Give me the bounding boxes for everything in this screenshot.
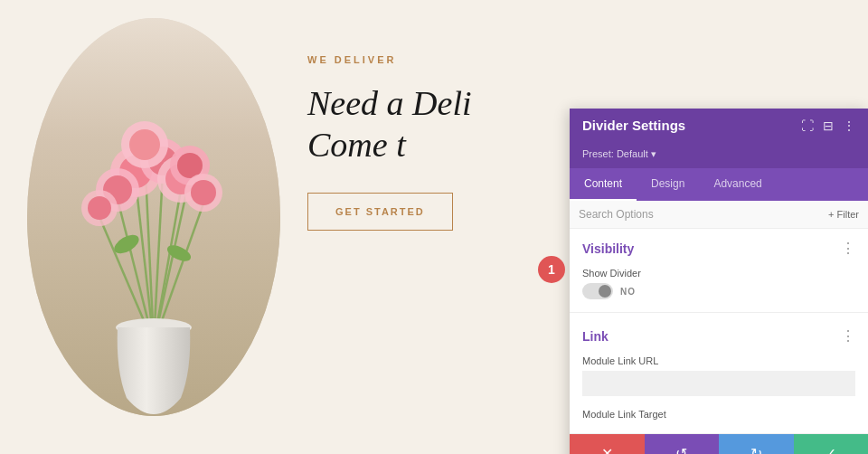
link-menu-icon[interactable]: ⋮: [841, 327, 855, 345]
section-divider: [570, 312, 868, 313]
svg-point-21: [191, 180, 216, 205]
visibility-section-header: Visibility ⋮: [570, 229, 868, 264]
headline-line1: Need a Deli: [307, 84, 472, 122]
columns-icon[interactable]: ⊟: [823, 118, 834, 133]
panel-header: Divider Settings ⛶ ⊟ ⋮: [570, 109, 868, 142]
redo-button[interactable]: ↻: [719, 434, 794, 454]
text-content: WE DELIVER Need a Deli Come t GET STARTE…: [307, 54, 542, 231]
undo-button[interactable]: ↺: [645, 434, 720, 454]
fullscreen-icon[interactable]: ⛶: [801, 118, 814, 133]
more-icon[interactable]: ⋮: [843, 118, 855, 133]
get-started-button[interactable]: GET STARTED: [307, 193, 453, 231]
confirm-button[interactable]: ✓: [794, 434, 869, 454]
search-options-placeholder[interactable]: Search Options: [579, 208, 828, 221]
panel-content: Visibility ⋮ Show Divider NO Link ⋮ Modu…: [570, 229, 868, 433]
panel-tabs: Content Design Advanced: [570, 168, 868, 201]
link-section-header: Link ⋮: [570, 317, 868, 352]
oval-image: [27, 18, 280, 416]
svg-point-19: [88, 196, 111, 220]
svg-point-23: [129, 129, 160, 160]
headline-line2: Come t: [307, 126, 406, 164]
headline: Need a Deli Come t: [307, 83, 542, 166]
link-title: Link: [582, 329, 609, 344]
we-deliver-label: WE DELIVER: [307, 54, 542, 65]
show-divider-toggle[interactable]: [582, 283, 613, 299]
tab-advanced[interactable]: Advanced: [699, 168, 776, 201]
panel-actions: ✕ ↺ ↻ ✓: [570, 433, 868, 454]
show-divider-field: Show Divider NO: [570, 264, 868, 308]
step-badge: 1: [538, 256, 565, 283]
main-content-area: WE DELIVER Need a Deli Come t GET STARTE…: [0, 0, 542, 454]
preset-label: Preset: Default ▾: [582, 148, 656, 159]
vase-svg: [108, 317, 199, 416]
flowers-svg: [45, 36, 262, 344]
panel-title: Divider Settings: [582, 118, 685, 133]
toggle-row: NO: [582, 283, 855, 299]
module-link-url-input[interactable]: [582, 371, 855, 396]
toggle-value: NO: [620, 287, 636, 297]
filter-button[interactable]: + Filter: [828, 209, 859, 220]
module-link-url-field: Module Link URL: [570, 352, 868, 405]
module-link-target-field: Module Link Target: [570, 405, 868, 433]
tab-content[interactable]: Content: [570, 168, 637, 201]
visibility-title: Visibility: [582, 241, 634, 256]
delete-button[interactable]: ✕: [570, 434, 645, 454]
show-divider-label: Show Divider: [582, 268, 855, 279]
panel-search-bar: Search Options + Filter: [570, 201, 868, 229]
toggle-knob: [599, 285, 611, 298]
visibility-menu-icon[interactable]: ⋮: [841, 240, 855, 257]
panel-preset[interactable]: Preset: Default ▾: [570, 142, 868, 168]
panel-header-icons: ⛶ ⊟ ⋮: [801, 118, 855, 133]
tab-design[interactable]: Design: [637, 168, 699, 201]
divider-settings-panel: Divider Settings ⛶ ⊟ ⋮ Preset: Default ▾…: [570, 109, 868, 454]
module-link-target-label: Module Link Target: [582, 409, 855, 420]
module-link-url-label: Module Link URL: [582, 355, 855, 366]
